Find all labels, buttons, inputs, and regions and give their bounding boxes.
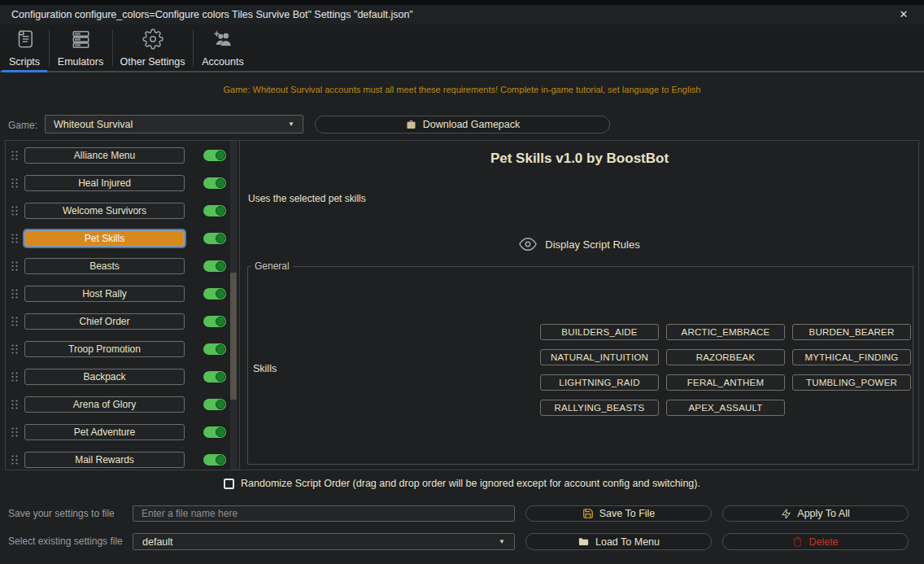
groupbox-legend: General [251, 260, 293, 272]
script-toggle[interactable] [203, 205, 226, 216]
randomize-checkbox[interactable] [224, 479, 234, 489]
script-toggle[interactable] [203, 371, 226, 383]
load-to-menu-button[interactable]: Load To Menu [525, 533, 712, 550]
drag-handle-icon[interactable] [11, 454, 19, 466]
script-button-host-rally[interactable]: Host Rally [24, 286, 185, 302]
drag-handle-icon[interactable] [11, 316, 19, 327]
load-to-menu-label: Load To Menu [595, 536, 660, 548]
drag-handle-icon[interactable] [11, 260, 19, 272]
drag-handle-icon[interactable] [11, 233, 19, 244]
script-list-scrollbar[interactable] [230, 141, 237, 470]
drag-handle-icon[interactable] [11, 288, 19, 299]
randomize-script-order-row: Randomize Script Order (drag and drop or… [0, 476, 924, 491]
trash-icon [792, 536, 803, 547]
game-label: Game: [8, 120, 37, 131]
settings-file-value: default [142, 536, 499, 548]
script-button-backpack[interactable]: Backpack [24, 369, 185, 385]
drag-handle-icon[interactable] [11, 343, 19, 355]
skills-label: Skills [253, 363, 277, 374]
toggle-knob [216, 206, 225, 216]
script-toggle[interactable] [203, 150, 226, 161]
tab-other-settings[interactable]: Other Settings [114, 24, 191, 71]
script-button-chief-order[interactable]: Chief Order [24, 313, 185, 330]
drag-handle-icon[interactable] [11, 426, 19, 438]
delete-label: Delete [808, 536, 838, 548]
skill-button-builders-aide[interactable]: BUILDERS_AIDE [540, 324, 659, 340]
script-button-troop-promotion[interactable]: Troop Promotion [24, 341, 185, 357]
file-name-input[interactable] [133, 505, 515, 522]
skill-button-lightning-raid[interactable]: LIGHTNING_RAID [540, 374, 659, 391]
tab-emulators[interactable]: Emulators [50, 24, 111, 71]
script-toggle[interactable] [203, 343, 226, 355]
tab-label: Emulators [58, 56, 103, 68]
script-button-alliance-menu[interactable]: Alliance Menu [24, 147, 185, 164]
scroll-icon [14, 28, 35, 50]
toggle-knob [216, 317, 225, 326]
skill-button-natural-intuition[interactable]: NATURAL_INTUITION [540, 349, 659, 365]
skill-button-tumbling-power[interactable]: TUMBLING_POWER [792, 374, 911, 391]
script-button-pet-skills[interactable]: Pet Skills [24, 230, 185, 247]
script-row: Backpack [6, 369, 233, 385]
script-button-pet-adventure[interactable]: Pet Adventure [24, 424, 185, 440]
scrollbar-thumb[interactable] [230, 273, 237, 400]
script-button-arena-of-glory[interactable]: Arena of Glory [24, 396, 185, 413]
toolbar: Scripts Emulators [0, 24, 924, 72]
close-icon[interactable]: ✕ [893, 5, 914, 24]
drag-handle-icon[interactable] [11, 205, 19, 216]
drag-handle-icon[interactable] [11, 371, 19, 383]
skill-button-feral-anthem[interactable]: FERAL_ANTHEM [666, 374, 785, 391]
delete-button[interactable]: Delete [722, 533, 909, 550]
skill-button-rallying-beasts[interactable]: RALLYING_BEASTS [540, 400, 659, 416]
eye-icon [519, 235, 537, 253]
apply-to-all-label: Apply To All [797, 508, 849, 519]
tab-scripts[interactable]: Scripts [2, 24, 47, 71]
script-button-beasts[interactable]: Beasts [24, 258, 185, 274]
scripts-workspace: Alliance MenuHeal InjuredWelcome Survivo… [5, 140, 919, 470]
tab-accounts[interactable]: Accounts [194, 24, 251, 71]
script-row: Pet Adventure [6, 424, 233, 440]
toolbar-separator [193, 30, 194, 66]
game-requirements-notice: Game: Whiteout Survival accounts must al… [0, 85, 924, 94]
skill-button-burden-bearer[interactable]: BURDEN_BEARER [792, 324, 911, 340]
save-settings-label: Save your settings to file [8, 508, 115, 519]
toggle-knob [216, 289, 225, 299]
chevron-down-icon: ▼ [288, 120, 294, 128]
script-toggle[interactable] [203, 177, 226, 189]
display-script-rules-button[interactable]: Display Script Rules [240, 235, 919, 253]
save-to-file-button[interactable]: Save To File [525, 505, 712, 522]
toggle-knob [216, 151, 225, 160]
toggle-knob [216, 400, 225, 409]
lightning-icon [781, 509, 791, 519]
script-button-heal-injured[interactable]: Heal Injured [24, 175, 185, 191]
drag-handle-icon[interactable] [11, 150, 19, 161]
skill-button-apex-assault[interactable]: APEX_ASSAULT [666, 400, 785, 416]
apply-to-all-button[interactable]: Apply To All [722, 505, 909, 522]
script-row: Beasts [6, 258, 233, 274]
download-gamepack-button[interactable]: Download Gamepack [315, 116, 610, 133]
settings-file-select[interactable]: default ▼ [133, 533, 515, 550]
script-toggle[interactable] [203, 454, 226, 466]
script-row: Arena of Glory [6, 396, 233, 413]
drag-handle-icon[interactable] [11, 177, 19, 189]
script-toggle[interactable] [203, 316, 226, 327]
script-row: Alliance Menu [6, 147, 233, 164]
script-button-mail-rewards[interactable]: Mail Rewards [24, 452, 185, 468]
skill-button-mythical-finding[interactable]: MYTHICAL_FINDING [792, 349, 911, 365]
save-to-file-label: Save To File [599, 508, 656, 519]
add-users-icon [212, 28, 233, 50]
script-toggle[interactable] [203, 260, 226, 272]
script-row: Pet Skills [6, 230, 233, 247]
skill-button-razorbeak[interactable]: RAZORBEAK [666, 349, 785, 365]
chevron-down-icon: ▼ [499, 538, 505, 545]
script-toggle[interactable] [203, 288, 226, 299]
title-bar: Configuration configure_colors=Configure… [0, 5, 924, 24]
skill-button-arctic-embrace[interactable]: ARCTIC_EMBRACE [666, 324, 785, 340]
script-row: Welcome Survivors [6, 203, 233, 219]
script-toggle[interactable] [203, 233, 226, 244]
script-toggle[interactable] [203, 399, 226, 410]
randomize-label: Randomize Script Order (drag and drop or… [241, 478, 700, 489]
game-select[interactable]: Whiteout Survival ▼ [45, 115, 303, 133]
script-toggle[interactable] [203, 426, 226, 438]
script-button-welcome-survivors[interactable]: Welcome Survivors [24, 203, 185, 219]
drag-handle-icon[interactable] [11, 399, 19, 410]
